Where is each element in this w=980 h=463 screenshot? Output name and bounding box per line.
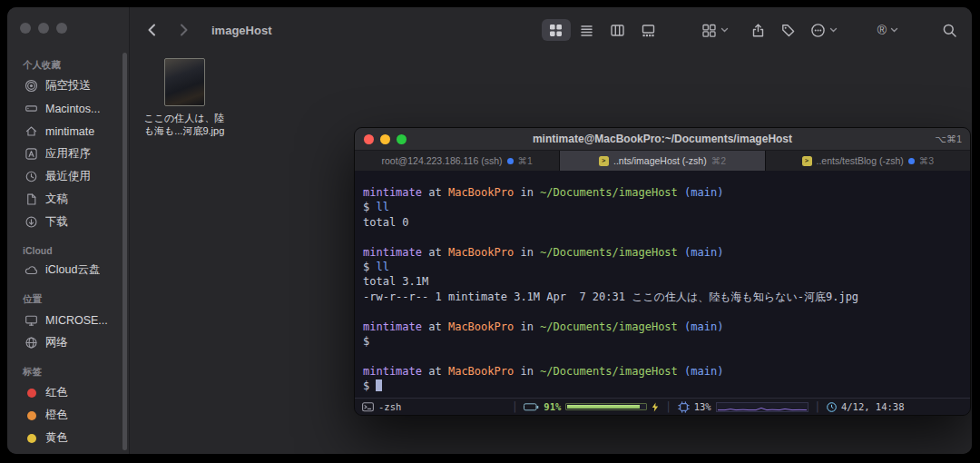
grid-view-icon xyxy=(548,23,564,38)
tab-shortcut: ⌘2 xyxy=(711,155,726,166)
icon-view-button[interactable] xyxy=(542,19,571,41)
sidebar-item-home[interactable]: mintimate xyxy=(16,120,122,143)
sidebar-item-tag-orange[interactable]: 橙色 xyxy=(16,404,122,427)
sidebar-item-tag-red[interactable]: 红色 xyxy=(16,381,122,404)
statusbar-separator: │ xyxy=(815,401,820,412)
columns-view-icon xyxy=(610,23,625,38)
terminal-body[interactable]: mintimate at MacBookPro in ~/Documents/i… xyxy=(355,171,970,398)
sidebar-item-macintosh-hd[interactable]: Macintos... xyxy=(16,97,122,120)
share-button[interactable] xyxy=(750,23,766,38)
sidebar-item-label: 下载 xyxy=(45,214,68,230)
zoom-button[interactable] xyxy=(56,23,67,34)
list-view-button[interactable] xyxy=(573,19,602,41)
terminal-line: $ xyxy=(363,334,963,349)
sidebar-item-label: 红色 xyxy=(45,385,68,400)
clock-label: 4/12, 14:38 xyxy=(841,401,905,412)
sidebar-item-network[interactable]: 网络 xyxy=(16,331,122,354)
sidebar-item-downloads[interactable]: 下载 xyxy=(16,211,122,233)
sidebar-section-title: 个人收藏 xyxy=(23,59,122,72)
sidebar-item-applications[interactable]: 应用程序 xyxy=(16,143,122,165)
terminal-zoom-button[interactable] xyxy=(397,134,407,144)
more-actions-button[interactable] xyxy=(810,23,838,38)
sidebar-item-label: 橙色 xyxy=(45,408,68,423)
sidebar-item-recents[interactable]: 最近使用 xyxy=(16,165,122,188)
sidebar-item-documents[interactable]: 文稿 xyxy=(16,188,122,211)
terminal-line xyxy=(363,230,963,244)
sidebar-item-label: 应用程序 xyxy=(45,146,91,162)
terminal-window-shortcut: ⌥⌘1 xyxy=(935,133,962,145)
group-button[interactable] xyxy=(701,23,729,38)
tab-shortcut: ⌘1 xyxy=(518,155,533,166)
battery-component: 91% xyxy=(524,401,659,412)
extension-menu-button[interactable]: ® xyxy=(877,24,898,36)
sidebar-item-label: Macintos... xyxy=(45,103,100,115)
chevron-right-icon xyxy=(175,22,191,38)
share-icon xyxy=(750,23,766,38)
chevron-left-icon xyxy=(144,22,161,38)
clock-icon xyxy=(827,402,837,412)
cpu-percent: 13% xyxy=(694,401,711,412)
finder-toolbar: imageHost xyxy=(130,7,972,53)
zsh-icon: > xyxy=(802,156,812,166)
sidebar-item-label: 隔空投送 xyxy=(45,78,91,94)
terminal-line: $ ll xyxy=(363,200,963,214)
display-icon xyxy=(23,313,40,327)
sidebar-item-label: MICROSE... xyxy=(45,314,108,327)
back-button[interactable] xyxy=(144,22,161,38)
terminal-line: mintimate at MacBookPro in ~/Documents/i… xyxy=(363,245,963,260)
terminal-minimize-button[interactable] xyxy=(380,134,390,144)
terminal-traffic-lights xyxy=(364,134,407,144)
battery-percent: 91% xyxy=(544,401,561,412)
sidebar-item-airdrop[interactable]: 隔空投送 xyxy=(16,74,122,97)
list-view-icon xyxy=(579,23,594,38)
sidebar-section-title: iCloud xyxy=(23,245,122,256)
charging-bolt-icon xyxy=(652,402,659,412)
battery-gauge xyxy=(565,403,647,410)
terminal-tab-3[interactable]: >..ents/testBlog (-zsh)⌘3 xyxy=(766,151,970,171)
sidebar-section-title: 位置 xyxy=(23,293,122,306)
gallery-view-button[interactable] xyxy=(634,19,663,41)
terminal-tab-1[interactable]: root@124.223.186.116 (ssh)⌘1 xyxy=(355,151,560,171)
activity-dot-icon xyxy=(908,158,915,164)
file-item[interactable]: ここの住人は、陸 も海も...河底9.jpg xyxy=(130,58,239,137)
terminal-tabbar: root@124.223.186.116 (ssh)⌘1>..nts/image… xyxy=(355,151,970,171)
terminal-line: mintimate at MacBookPro in ~/Documents/i… xyxy=(363,320,963,334)
terminal-close-button[interactable] xyxy=(364,134,374,144)
forward-button[interactable] xyxy=(175,22,191,38)
terminal-tab-2[interactable]: >..nts/imageHost (-zsh)⌘2 xyxy=(560,151,765,171)
tags-button[interactable] xyxy=(780,23,796,38)
sidebar-item-icloud-drive[interactable]: iCloud云盘 xyxy=(16,259,122,281)
terminal-line: $ ll xyxy=(363,260,963,274)
tag-icon xyxy=(780,23,796,38)
file-name-line: ここの住人は、陸 xyxy=(143,112,224,124)
finder-traffic-lights xyxy=(20,23,67,34)
sidebar-section-title: 标签 xyxy=(23,366,122,379)
sidebar-item-microsoft-pc[interactable]: MICROSE... xyxy=(16,309,122,331)
sidebar-item-tag-green[interactable]: 绿色 xyxy=(16,449,122,454)
sidebar-item-label: iCloud云盘 xyxy=(45,262,100,278)
column-view-button[interactable] xyxy=(603,19,632,41)
window-title: imageHost xyxy=(211,24,271,37)
search-button[interactable] xyxy=(942,23,957,38)
chevron-down-icon xyxy=(890,27,898,33)
cpu-component: 13% xyxy=(678,401,808,413)
terminal-line xyxy=(363,304,963,319)
desktop: 个人收藏隔空投送Macintos...mintimate应用程序最近使用文稿下载… xyxy=(0,0,980,463)
minimize-button[interactable] xyxy=(38,23,49,34)
sidebar-scrollbar[interactable] xyxy=(122,53,127,450)
terminal-line: mintimate at MacBookPro in ~/Documents/i… xyxy=(363,185,963,200)
document-icon xyxy=(23,192,40,206)
tab-title: root@124.223.186.116 (ssh) xyxy=(381,155,502,166)
file-name-line: も海も...河底9.jpg xyxy=(143,124,224,137)
cloud-icon xyxy=(23,263,40,277)
tab-title: ..nts/imageHost (-zsh) xyxy=(613,155,707,166)
file-thumbnail xyxy=(164,58,205,106)
globe-icon xyxy=(23,336,40,350)
applications-icon xyxy=(23,147,40,161)
terminal-line: total 3.1M xyxy=(363,274,963,289)
close-button[interactable] xyxy=(20,23,31,34)
sidebar-item-label: 网络 xyxy=(45,335,68,350)
sidebar-item-label: 绿色 xyxy=(45,453,68,454)
sidebar-item-tag-yellow[interactable]: 黄色 xyxy=(16,427,122,449)
activity-dot-icon xyxy=(507,158,514,164)
